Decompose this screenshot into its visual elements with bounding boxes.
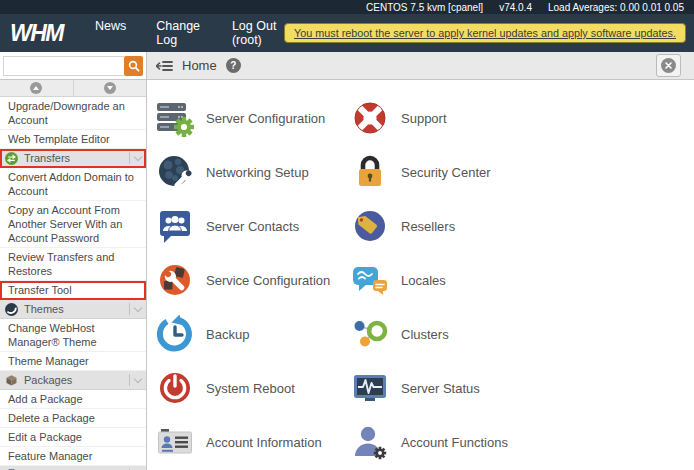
section-label: Themes <box>24 303 64 315</box>
sidebar-item-convert-addon-domain[interactable]: Convert Addon Domain to Account <box>0 168 146 201</box>
server-configuration-icon <box>155 98 195 138</box>
scroll-down-button[interactable] <box>74 80 147 96</box>
sidebar-section-dns-functions[interactable]: DNS Functions <box>0 466 146 470</box>
server-info: CENTOS 7.5 kvm [cpanel] <box>366 2 483 13</box>
tile-label: Service Configuration <box>206 273 330 288</box>
account-functions-icon <box>350 422 390 462</box>
sidebar-search-area <box>0 52 147 79</box>
sidebar: Upgrade/Downgrade an Account Web Templat… <box>0 80 147 470</box>
sidebar-section-packages[interactable]: Packages <box>0 371 146 390</box>
tile-label: Backup <box>206 327 249 342</box>
service-configuration-icon <box>155 260 195 300</box>
nav-news[interactable]: News <box>95 19 126 47</box>
tile-label: Locales <box>401 273 446 288</box>
sidebar-section-transfers[interactable]: Transfers <box>0 149 146 168</box>
tile-system-reboot[interactable]: System Reboot <box>155 361 350 415</box>
tile-label: System Reboot <box>206 381 295 396</box>
tile-label: Server Contacts <box>206 219 299 234</box>
help-icon[interactable]: ? <box>226 58 241 73</box>
tile-resellers[interactable]: Resellers <box>350 199 545 253</box>
support-icon <box>350 98 390 138</box>
caret-down-icon <box>104 82 116 94</box>
sidebar-item-web-template-editor[interactable]: Web Template Editor <box>0 130 146 149</box>
tile-label: Server Configuration <box>206 111 325 126</box>
server-status-icon <box>350 368 390 408</box>
tile-label: Resellers <box>401 219 455 234</box>
header: WHM News Change Log Log Out (root) You m… <box>0 14 694 52</box>
close-icon <box>661 58 676 73</box>
tile-label: Support <box>401 111 447 126</box>
system-reboot-icon <box>155 368 195 408</box>
sidebar-item-theme-manager[interactable]: Theme Manager <box>0 352 146 371</box>
sidebar-section-themes[interactable]: Themes <box>0 300 146 319</box>
sidebar-item-transfer-tool[interactable]: Transfer Tool <box>0 281 146 300</box>
tile-server-configuration[interactable]: Server Configuration <box>155 91 350 145</box>
breadcrumb-bar: Home ? <box>147 52 694 79</box>
tile-label: Account Information <box>206 435 322 450</box>
nav-change-log[interactable]: Change Log <box>156 19 202 47</box>
locales-icon <box>350 260 390 300</box>
tile-label: Security Center <box>401 165 491 180</box>
search-input[interactable] <box>4 58 124 74</box>
server-contacts-icon <box>155 206 195 246</box>
load-averages: Load Averages: 0.00 0.01 0.05 <box>548 2 684 13</box>
tile-label: Server Status <box>401 381 480 396</box>
tile-service-configuration[interactable]: Service Configuration <box>155 253 350 307</box>
security-center-icon <box>350 152 390 192</box>
section-label: Packages <box>24 374 72 386</box>
toolbar: Home ? <box>0 52 694 80</box>
header-nav: News Change Log Log Out (root) <box>95 19 284 47</box>
scroll-up-button[interactable] <box>0 80 74 96</box>
transfers-icon <box>5 152 18 165</box>
tile-label: Account Functions <box>401 435 508 450</box>
tile-label: Clusters <box>401 327 449 342</box>
search-box <box>3 56 124 76</box>
sidebar-item-edit-package[interactable]: Edit a Package <box>0 428 146 447</box>
sidebar-item-feature-manager[interactable]: Feature Manager <box>0 447 146 466</box>
close-page-button[interactable] <box>656 54 681 77</box>
chevron-down-icon <box>134 152 142 160</box>
clusters-icon <box>350 314 390 354</box>
sidebar-item-change-whm-theme[interactable]: Change WebHost Manager® Theme <box>0 319 146 352</box>
breadcrumb-home[interactable]: Home <box>182 58 217 73</box>
whm-version: v74.0.4 <box>499 2 532 13</box>
tile-locales[interactable]: Locales <box>350 253 545 307</box>
tile-account-information[interactable]: Account Information <box>155 415 350 469</box>
sidebar-item-review-transfers[interactable]: Review Transfers and Restores <box>0 248 146 281</box>
sidebar-scroll-buttons <box>0 80 146 97</box>
main-tile-grid: Server Configuration Support <box>147 80 694 470</box>
chevron-down-icon <box>134 374 142 382</box>
tile-support[interactable]: Support <box>350 91 545 145</box>
search-button[interactable] <box>124 56 143 76</box>
collapse-sidebar-icon[interactable] <box>156 60 173 72</box>
themes-icon <box>5 303 18 316</box>
backup-icon <box>155 314 195 354</box>
sidebar-item-upgrade-downgrade-account[interactable]: Upgrade/Downgrade an Account <box>0 97 146 130</box>
caret-up-icon <box>30 82 42 94</box>
networking-setup-icon <box>155 152 195 192</box>
sidebar-item-add-package[interactable]: Add a Package <box>0 390 146 409</box>
tile-server-contacts[interactable]: Server Contacts <box>155 199 350 253</box>
top-status-bar: CENTOS 7.5 kvm [cpanel] v74.0.4 Load Ave… <box>0 0 694 14</box>
nav-log-out[interactable]: Log Out (root) <box>232 19 284 47</box>
account-information-icon <box>155 422 195 462</box>
tile-backup[interactable]: Backup <box>155 307 350 361</box>
tile-security-center[interactable]: Security Center <box>350 145 545 199</box>
search-icon <box>128 60 140 72</box>
packages-icon <box>5 374 18 387</box>
tile-label: Networking Setup <box>206 165 309 180</box>
whm-logo[interactable]: WHM <box>10 20 63 47</box>
tile-clusters[interactable]: Clusters <box>350 307 545 361</box>
sidebar-item-copy-account[interactable]: Copy an Account From Another Server With… <box>0 201 146 248</box>
section-label: Transfers <box>24 152 70 164</box>
tile-server-status[interactable]: Server Status <box>350 361 545 415</box>
tile-account-functions[interactable]: Account Functions <box>350 415 545 469</box>
reboot-notice-link[interactable]: You must reboot the server to apply kern… <box>284 23 686 43</box>
tile-networking-setup[interactable]: Networking Setup <box>155 145 350 199</box>
resellers-icon <box>350 206 390 246</box>
chevron-down-icon <box>134 303 142 311</box>
sidebar-item-delete-package[interactable]: Delete a Package <box>0 409 146 428</box>
